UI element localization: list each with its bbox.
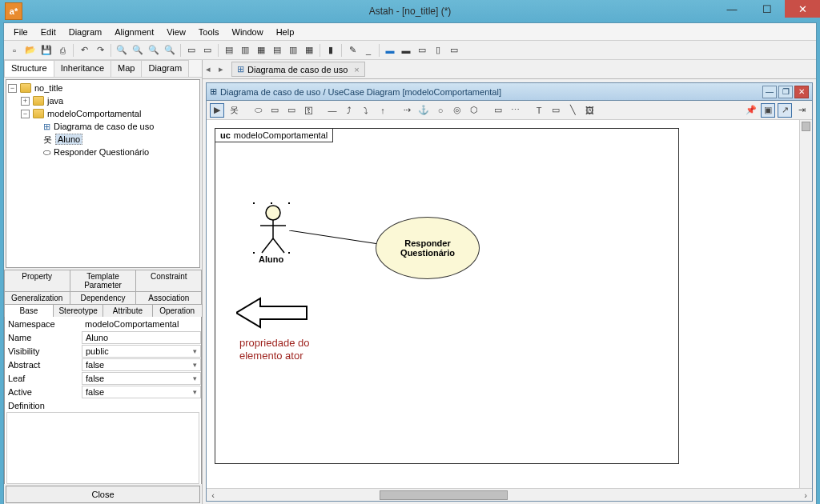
menu-diagram[interactable]: Diagram: [62, 26, 109, 38]
package2-icon[interactable]: ▭: [284, 103, 299, 118]
pin-icon[interactable]: 📌: [744, 103, 758, 118]
ptab-base[interactable]: Base: [4, 304, 54, 318]
circle1-icon[interactable]: ○: [433, 103, 448, 118]
gen-icon[interactable]: ↑: [376, 103, 390, 118]
close-tab-icon[interactable]: ×: [354, 65, 359, 74]
chevron-down-icon[interactable]: ▾: [193, 388, 197, 396]
diagram-canvas[interactable]: ucmodeloComportamental: [207, 120, 799, 488]
zoom-reset-icon[interactable]: 🔍: [163, 43, 177, 58]
menu-tools[interactable]: Tools: [192, 26, 226, 38]
val-name[interactable]: Aluno: [82, 331, 201, 344]
tool2-icon[interactable]: ▯: [431, 43, 445, 58]
tree-diagram[interactable]: Diagrama de caso de uso: [54, 122, 154, 131]
val-leaf[interactable]: false▾: [82, 372, 201, 385]
scrollbar-thumb[interactable]: [380, 490, 508, 500]
resize-handle[interactable]: [287, 251, 291, 254]
align-h1-icon[interactable]: ▤: [222, 43, 236, 58]
align-h3-icon[interactable]: ▦: [254, 43, 268, 58]
usecase-tool-icon[interactable]: ⬭: [251, 103, 265, 118]
align-v1-icon[interactable]: ▤: [270, 43, 284, 58]
color2-icon[interactable]: ▬: [399, 43, 413, 58]
usecase-frame[interactable]: ucmodeloComportamental: [215, 128, 679, 464]
vertical-scrollbar[interactable]: [799, 120, 812, 488]
extend-icon[interactable]: ⤴: [342, 103, 356, 118]
tree-actor[interactable]: Aluno: [55, 134, 82, 145]
diag-min-icon[interactable]: —: [762, 86, 777, 98]
definition-textarea[interactable]: [6, 412, 199, 484]
ptab-attribute[interactable]: Attribute: [102, 304, 153, 318]
ptab-stereotype[interactable]: Stereotype: [53, 304, 103, 318]
redo-icon[interactable]: ↷: [93, 43, 107, 58]
project-tree[interactable]: −no_title +java −modeloComportamental ⊞D…: [6, 79, 200, 268]
save-icon[interactable]: 💾: [39, 43, 54, 58]
val-abstract[interactable]: false▾: [82, 358, 201, 371]
expand-icon[interactable]: +: [21, 97, 30, 106]
package-icon[interactable]: ▭: [267, 103, 282, 118]
horizontal-scrollbar[interactable]: ‹ ›: [207, 488, 812, 501]
include-icon[interactable]: ⤵: [359, 103, 373, 118]
print-icon[interactable]: ⎙: [55, 43, 70, 58]
ptab-property[interactable]: Property: [4, 270, 70, 292]
scroll-left-icon[interactable]: ‹: [207, 490, 219, 500]
zoom-out-icon[interactable]: 🔍: [147, 43, 161, 58]
tree-usecase[interactable]: Responder Questionário: [54, 147, 149, 157]
mode1-icon[interactable]: ▣: [761, 103, 775, 118]
chevron-down-icon[interactable]: ▾: [193, 374, 197, 382]
zoom-fit-icon[interactable]: 🔍: [131, 43, 145, 58]
tab-structure[interactable]: Structure: [4, 60, 54, 77]
align-left-icon[interactable]: ▭: [184, 43, 199, 58]
resize-handle[interactable]: [252, 202, 255, 205]
actor-shape[interactable]: Aluno: [255, 205, 291, 254]
chevron-down-icon[interactable]: ▾: [193, 361, 197, 369]
color1-icon[interactable]: ▬: [383, 43, 397, 58]
ptab-generalization[interactable]: Generalization: [4, 291, 70, 305]
tab-map[interactable]: Map: [111, 60, 142, 77]
tab-prev-icon[interactable]: ◂: [206, 64, 215, 74]
note-icon[interactable]: ▭: [491, 103, 505, 118]
close-button[interactable]: ✕: [785, 0, 820, 18]
tool1-icon[interactable]: ▭: [415, 43, 429, 58]
tree-model[interactable]: modeloComportamental: [47, 109, 141, 118]
menu-help[interactable]: Help: [270, 26, 301, 38]
diag-close-icon[interactable]: ✕: [794, 86, 809, 98]
scroll-right-icon[interactable]: ›: [799, 490, 812, 500]
actor-tool-icon[interactable]: 옷: [227, 103, 241, 118]
resize-handle[interactable]: [270, 202, 273, 205]
dist-icon[interactable]: ▮: [324, 43, 338, 58]
diag-max-icon[interactable]: ❐: [778, 86, 793, 98]
assoc-icon[interactable]: —: [325, 103, 340, 118]
val-active[interactable]: false▾: [82, 386, 201, 398]
pointer-icon[interactable]: ▶: [210, 103, 224, 118]
doc-tab[interactable]: ⊞ Diagrama de caso de uso ×: [231, 62, 365, 77]
resize-handle[interactable]: [287, 202, 291, 205]
tab-diagram[interactable]: Diagram: [141, 60, 189, 77]
menu-file[interactable]: File: [7, 26, 34, 38]
tree-java[interactable]: java: [47, 96, 63, 106]
undo-icon[interactable]: ↶: [77, 43, 91, 58]
mode3-icon[interactable]: ⇥: [794, 103, 809, 118]
hex-icon[interactable]: ⬡: [467, 103, 481, 118]
mode2-icon[interactable]: ↗: [778, 103, 792, 118]
ptab-dependency[interactable]: Dependency: [70, 291, 136, 305]
align-center-icon[interactable]: ▭: [200, 43, 215, 58]
menu-alignment[interactable]: Alignment: [108, 26, 160, 38]
collapse-icon[interactable]: −: [21, 110, 30, 118]
edit-icon[interactable]: ✎: [345, 43, 360, 58]
ptab-template[interactable]: Template Parameter: [70, 270, 136, 292]
zoom-in-icon[interactable]: 🔍: [115, 43, 129, 58]
scrollbar-thumb[interactable]: [802, 122, 810, 131]
menu-view[interactable]: View: [160, 26, 192, 38]
tool3-icon[interactable]: ▭: [447, 43, 461, 58]
close-props-button[interactable]: Close: [6, 486, 200, 503]
align-v2-icon[interactable]: ▥: [286, 43, 300, 58]
dots-icon[interactable]: ⋯: [508, 103, 522, 118]
tree-root[interactable]: no_title: [34, 83, 62, 93]
resize-handle[interactable]: [252, 251, 255, 254]
ptab-operation[interactable]: Operation: [152, 304, 203, 318]
menu-edit[interactable]: Edit: [34, 26, 62, 38]
line-icon[interactable]: ╲: [565, 103, 580, 118]
image-icon[interactable]: 🖼: [582, 103, 597, 118]
align-v3-icon[interactable]: ▦: [302, 43, 316, 58]
text-icon[interactable]: T: [532, 103, 546, 118]
tab-inheritance[interactable]: Inheritance: [54, 60, 111, 77]
